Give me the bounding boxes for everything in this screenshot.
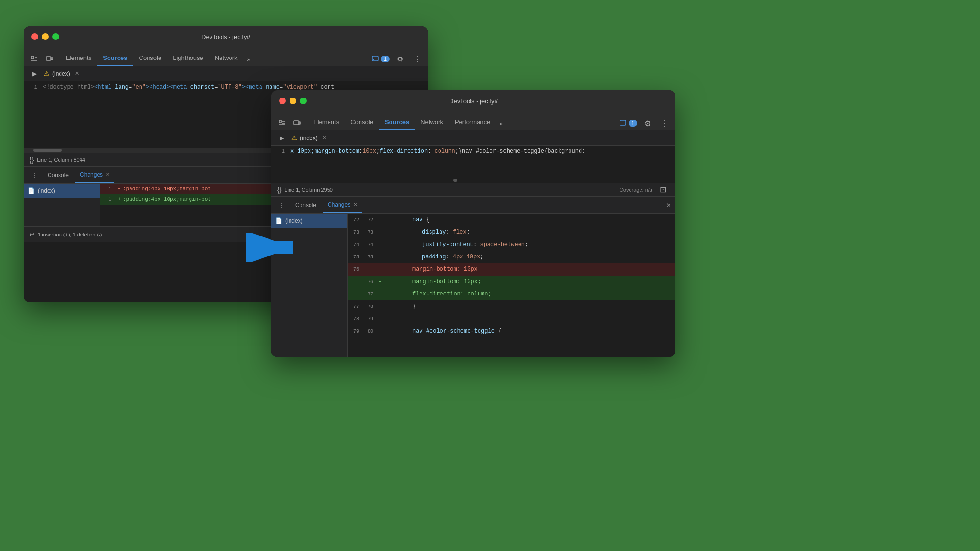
tab-bar-2: Elements Console Sources Network Perform… xyxy=(271,111,675,130)
close-button-2[interactable] xyxy=(279,98,286,104)
file-tab-name-2[interactable]: (index) xyxy=(300,135,318,141)
diff-row-72: 72 72 nav { xyxy=(348,214,675,226)
more-options-icon-1[interactable]: ⋮ xyxy=(410,52,424,66)
scrollbar-thumb-h-1[interactable] xyxy=(33,149,62,152)
diff-row-73: 73 73 display: flex; xyxy=(348,226,675,238)
inspector-icon-1[interactable] xyxy=(28,52,41,66)
responsive-icon-2[interactable] xyxy=(290,117,304,130)
maximize-button-1[interactable] xyxy=(52,33,59,40)
sidebar-toggle-1[interactable]: ▶ xyxy=(28,67,41,80)
svg-rect-2 xyxy=(51,58,53,60)
tab-performance-2[interactable]: Performance xyxy=(449,114,496,130)
tab-sources-1[interactable]: Sources xyxy=(97,50,133,66)
tab-network-2[interactable]: Network xyxy=(415,114,449,130)
sidebar-toggle-2[interactable]: ▶ xyxy=(275,131,289,145)
diff-row-78: 78 79 xyxy=(348,313,675,325)
code-line-2: 1 x 10px;margin-bottom:10px;flex-directi… xyxy=(271,146,675,157)
message-badge-1[interactable]: 1 xyxy=(371,55,390,63)
bottom-panel-2: ⋮ Console Changes ✕ ✕ 📄 (index) xyxy=(271,196,675,357)
diff-row-74: 74 74 justify-content: space-between; xyxy=(348,238,675,251)
summary-text-1: 1 insertion (+), 1 deletion (-) xyxy=(38,232,102,237)
diff-row-77: 77 78 } xyxy=(348,300,675,313)
tab-bar-right-2: 1 ⚙ ⋮ xyxy=(619,117,671,130)
window-title-2: DevTools - jec.fyi/ xyxy=(449,98,498,105)
window-title-1: DevTools - jec.fyi/ xyxy=(201,33,250,40)
message-badge-2[interactable]: 1 xyxy=(619,119,637,127)
bottom-panel-content-2: 📄 (index) 72 72 nav { 73 73 dis xyxy=(271,214,675,357)
tab-bar-right-1: 1 ⚙ ⋮ xyxy=(371,52,424,66)
diff-row-75: 75 75 padding: 4px 10px; xyxy=(348,251,675,263)
bottom-tab-changes-close-2[interactable]: ✕ xyxy=(353,202,357,207)
svg-rect-8 xyxy=(620,120,626,125)
panel-more-icon-1[interactable]: ⋮ xyxy=(28,168,41,182)
coverage-icon[interactable]: ⊡ xyxy=(656,183,670,197)
diff-row-76-removed: 76 − margin-bottom: 10px xyxy=(348,263,675,276)
tab-lighthouse-1[interactable]: Lighthouse xyxy=(167,50,209,66)
panel-file-item-2[interactable]: 📄 (index) xyxy=(271,214,347,228)
settings-icon-2[interactable]: ⚙ xyxy=(641,117,654,130)
window-controls-1 xyxy=(31,33,59,40)
arrow-indicator xyxy=(246,233,303,264)
undo-icon-1[interactable]: ↩ xyxy=(30,231,35,238)
scrollbar-h-2[interactable] xyxy=(271,178,675,183)
bottom-tab-changes-close-1[interactable]: ✕ xyxy=(106,172,110,177)
file-doc-icon-1: 📄 xyxy=(28,187,35,194)
svg-rect-5 xyxy=(279,120,281,123)
braces-icon-1: {} xyxy=(30,156,34,164)
inspector-icon-2[interactable] xyxy=(275,117,289,130)
diff-row-79: 79 80 nav #color-scheme-toggle { xyxy=(348,325,675,337)
sources-file-bar-2: ▶ ⚠ (index) ✕ xyxy=(271,130,675,146)
scrollbar-thumb-h-2[interactable] xyxy=(453,179,457,182)
sources-file-bar-1: ▶ ⚠ (index) ✕ xyxy=(24,66,428,81)
file-doc-icon-2: 📄 xyxy=(275,217,282,224)
tab-more-2[interactable]: » xyxy=(496,118,507,130)
close-panel-btn-2[interactable]: ✕ xyxy=(666,201,671,209)
file-tab-close-1[interactable]: ✕ xyxy=(75,70,79,77)
braces-icon-2: {} xyxy=(277,186,281,194)
bottom-tab-console-2[interactable]: Console xyxy=(290,197,321,213)
minimize-button-1[interactable] xyxy=(42,33,49,40)
bottom-tab-console-1[interactable]: Console xyxy=(43,167,73,183)
diff-row-76-added: 76 + margin-bottom: 10px; xyxy=(348,276,675,288)
svg-rect-1 xyxy=(46,57,51,60)
tab-elements-1[interactable]: Elements xyxy=(60,50,97,66)
tab-console-1[interactable]: Console xyxy=(133,50,168,66)
minimize-button-2[interactable] xyxy=(290,98,296,104)
tab-elements-2[interactable]: Elements xyxy=(308,114,345,130)
more-options-icon-2[interactable]: ⋮ xyxy=(658,117,671,130)
devtools-window-2: DevTools - jec.fyi/ Elements Console xyxy=(271,90,675,357)
bottom-tab-changes-2[interactable]: Changes ✕ xyxy=(323,197,362,213)
status-text-1: Line 1, Column 8044 xyxy=(37,157,85,163)
window-controls-2 xyxy=(279,98,307,104)
status-bar-2: {} Line 1, Column 2950 Coverage: n/a ⊡ xyxy=(271,183,675,196)
file-tab-name-1[interactable]: (index) xyxy=(52,70,70,77)
tab-more-1[interactable]: » xyxy=(243,53,254,66)
tab-sources-2[interactable]: Sources xyxy=(379,114,415,130)
warning-icon-1: ⚠ xyxy=(44,70,50,77)
tab-bar-1: Elements Sources Console Lighthouse Netw… xyxy=(24,47,428,66)
status-text-2: Line 1, Column 2950 xyxy=(284,187,333,193)
code-area-2: 1 x 10px;margin-bottom:10px;flex-directi… xyxy=(271,146,675,178)
settings-icon-1[interactable]: ⚙ xyxy=(393,52,407,66)
warning-icon-2: ⚠ xyxy=(291,134,297,141)
diff-row-77-added: 77 + flex-direction: column; xyxy=(348,288,675,300)
tab-bar-left-2 xyxy=(275,117,304,130)
panel-diff-area-2: 72 72 nav { 73 73 display: flex; 74 74 xyxy=(348,214,675,357)
tab-network-1[interactable]: Network xyxy=(209,50,243,66)
panel-sidebar-1: 📄 (index) xyxy=(24,184,100,226)
close-button-1[interactable] xyxy=(31,33,38,40)
file-tab-close-2[interactable]: ✕ xyxy=(322,135,327,141)
panel-file-item-1[interactable]: 📄 (index) xyxy=(24,184,100,198)
svg-rect-6 xyxy=(294,121,299,125)
bottom-tab-changes-1[interactable]: Changes ✕ xyxy=(75,167,114,183)
panel-more-icon-2[interactable]: ⋮ xyxy=(275,198,289,212)
svg-rect-0 xyxy=(31,56,34,59)
bottom-tabs-2: ⋮ Console Changes ✕ ✕ xyxy=(271,197,675,214)
tab-console-2[interactable]: Console xyxy=(345,114,379,130)
coverage-label: Coverage: n/a xyxy=(620,187,652,193)
maximize-button-2[interactable] xyxy=(300,98,307,104)
tab-bar-left-1 xyxy=(28,52,56,66)
titlebar-1: DevTools - jec.fyi/ xyxy=(24,26,428,47)
svg-rect-7 xyxy=(299,122,300,124)
responsive-icon-1[interactable] xyxy=(43,52,56,66)
